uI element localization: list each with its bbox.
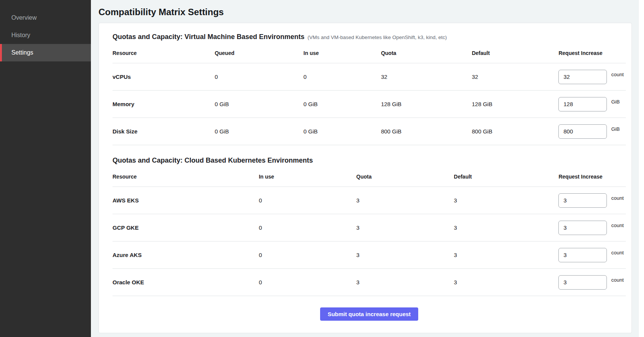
column-header-quota: Quota — [356, 174, 454, 180]
sidebar-item-settings[interactable]: Settings — [0, 44, 91, 61]
in-use-cell: 0 — [303, 74, 381, 80]
queued-cell: 0 — [215, 74, 303, 80]
in-use-cell: 0 — [259, 224, 356, 231]
column-header-default: Default — [472, 50, 558, 56]
request-increase-input[interactable] — [558, 248, 607, 262]
sidebar-item-history[interactable]: History — [0, 27, 91, 44]
vm-table-header: Resource Queued In use Quota Default Req… — [113, 44, 626, 63]
column-header-resource: Resource — [113, 50, 215, 56]
request-increase-cell: count — [558, 70, 626, 84]
request-increase-input[interactable] — [558, 70, 607, 84]
column-header-request-increase: Request Increase — [558, 50, 626, 56]
request-increase-cell: count — [558, 221, 626, 235]
submit-quota-increase-button[interactable]: Submit quota increase request — [320, 307, 418, 321]
table-row: vCPUs 0 0 32 32 count — [113, 63, 626, 91]
scrollbar-track[interactable] — [638, 0, 644, 337]
vm-section-title: Quotas and Capacity: Virtual Machine Bas… — [113, 33, 626, 41]
resource-cell: Memory — [113, 101, 215, 107]
sidebar: Overview History Settings — [0, 0, 91, 337]
default-cell: 3 — [454, 224, 558, 231]
default-cell: 800 GiB — [472, 128, 558, 135]
unit-label: GiB — [611, 99, 620, 105]
quota-cell: 3 — [356, 224, 454, 231]
request-increase-cell: GiB — [558, 97, 626, 111]
quota-cell: 800 GiB — [381, 128, 472, 135]
page-title: Compatibility Matrix Settings — [98, 7, 644, 17]
column-header-resource: Resource — [113, 174, 259, 180]
column-header-quota: Quota — [381, 50, 472, 56]
request-increase-input[interactable] — [558, 124, 607, 139]
default-cell: 32 — [472, 74, 558, 80]
column-header-default: Default — [454, 174, 558, 180]
k8s-section-title-text: Quotas and Capacity: Cloud Based Kuberne… — [113, 157, 313, 164]
request-increase-input[interactable] — [558, 275, 607, 290]
quota-cell: 128 GiB — [381, 101, 472, 107]
in-use-cell: 0 GiB — [303, 128, 381, 135]
default-cell: 128 GiB — [472, 101, 558, 107]
vm-section-title-text: Quotas and Capacity: Virtual Machine Bas… — [113, 33, 305, 41]
column-header-request-increase: Request Increase — [558, 174, 626, 180]
table-row: Disk Size 0 GiB 0 GiB 800 GiB 800 GiB Gi… — [113, 118, 626, 145]
main-content: Compatibility Matrix Settings Quotas and… — [91, 0, 644, 337]
request-increase-input[interactable] — [558, 193, 607, 208]
resource-cell: Oracle OKE — [113, 279, 259, 285]
unit-label: count — [611, 277, 624, 283]
table-row: Memory 0 GiB 0 GiB 128 GiB 128 GiB GiB — [113, 91, 626, 118]
in-use-cell: 0 — [259, 252, 356, 258]
in-use-cell: 0 GiB — [303, 101, 381, 107]
unit-label: GiB — [611, 126, 620, 132]
column-header-in-use: In use — [303, 50, 381, 56]
resource-cell: Disk Size — [113, 128, 215, 135]
vm-section-subtitle: (VMs and VM-based Kubernetes like OpenSh… — [308, 34, 447, 40]
unit-label: count — [611, 72, 624, 77]
k8s-section-title: Quotas and Capacity: Cloud Based Kuberne… — [113, 157, 626, 165]
request-increase-cell: count — [558, 193, 626, 208]
resource-cell: vCPUs — [113, 74, 215, 80]
table-row: AWS EKS 0 3 3 count — [113, 187, 626, 214]
request-increase-input[interactable] — [558, 97, 607, 111]
request-increase-cell: count — [558, 248, 626, 262]
in-use-cell: 0 — [259, 197, 356, 204]
request-increase-cell: GiB — [558, 124, 626, 139]
in-use-cell: 0 — [259, 279, 356, 285]
column-header-in-use: In use — [259, 174, 356, 180]
vm-quota-table: Resource Queued In use Quota Default Req… — [113, 44, 626, 145]
request-increase-input[interactable] — [558, 221, 607, 235]
table-row: Azure AKS 0 3 3 count — [113, 241, 626, 269]
resource-cell: GCP GKE — [113, 224, 259, 231]
queued-cell: 0 GiB — [215, 128, 303, 135]
quota-cell: 3 — [356, 252, 454, 258]
sidebar-item-overview[interactable]: Overview — [0, 9, 91, 27]
default-cell: 3 — [454, 252, 558, 258]
resource-cell: AWS EKS — [113, 197, 259, 204]
k8s-quotas-section: Quotas and Capacity: Cloud Based Kuberne… — [113, 157, 626, 296]
table-row: GCP GKE 0 3 3 count — [113, 214, 626, 241]
sidebar-nav: Overview History Settings — [0, 9, 91, 61]
quota-cell: 3 — [356, 279, 454, 285]
default-cell: 3 — [454, 197, 558, 204]
k8s-quota-table: Resource In use Quota Default Request In… — [113, 168, 626, 296]
unit-label: count — [611, 195, 624, 201]
resource-cell: Azure AKS — [113, 252, 259, 258]
request-increase-cell: count — [558, 275, 626, 290]
vm-quotas-section: Quotas and Capacity: Virtual Machine Bas… — [113, 33, 626, 145]
quota-cell: 32 — [381, 74, 472, 80]
default-cell: 3 — [454, 279, 558, 285]
card-footer: Submit quota increase request — [113, 296, 626, 325]
settings-card: Quotas and Capacity: Virtual Machine Bas… — [98, 23, 632, 333]
unit-label: count — [611, 223, 624, 228]
k8s-table-header: Resource In use Quota Default Request In… — [113, 168, 626, 187]
queued-cell: 0 GiB — [215, 101, 303, 107]
column-header-queued: Queued — [215, 50, 303, 56]
table-row: Oracle OKE 0 3 3 count — [113, 269, 626, 296]
unit-label: count — [611, 250, 624, 255]
quota-cell: 3 — [356, 197, 454, 204]
